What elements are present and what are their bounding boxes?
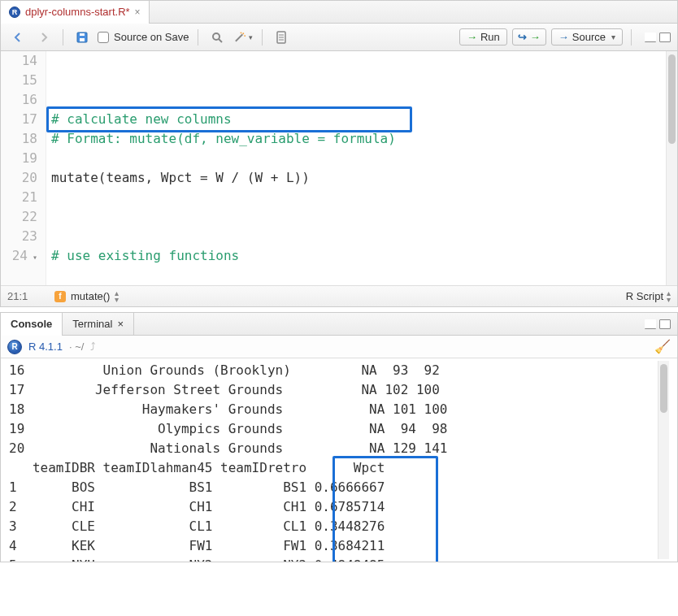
editor-toolbar: Source on Save ▾ → Run ↪ → → Source ▾ [1, 24, 677, 51]
line-gutter: 1415161718192021222324 ▾ [1, 51, 46, 285]
console-pane: Console Terminal × R R 4.1.1 · ~/ ⤴ 🧹 16… [0, 312, 678, 562]
svg-point-7 [244, 35, 246, 37]
run-arrow-icon: → [467, 31, 477, 43]
save-button[interactable] [72, 28, 93, 47]
svg-point-6 [242, 33, 244, 34]
scrollbar-thumb[interactable] [668, 54, 676, 144]
function-scope-icon: f [54, 291, 66, 302]
source-on-save-label: Source on Save [114, 31, 189, 43]
svg-line-4 [219, 39, 222, 42]
minimize-pane-icon[interactable] [645, 319, 656, 329]
editor-tabbar: R dplyr-columns-start.R* × [1, 1, 677, 24]
scope-selector[interactable]: f mutate() ▴▾ [54, 290, 119, 303]
wand-button[interactable]: ▾ [233, 28, 254, 47]
console-tab-label: Console [11, 318, 52, 330]
r-version-label: R 4.1.1 [28, 341, 63, 353]
scope-updown-icon: ▴▾ [115, 290, 119, 303]
language-selector[interactable]: R Script ▴▾ [626, 290, 671, 303]
svg-line-5 [235, 34, 242, 41]
scrollbar-thumb[interactable] [660, 364, 667, 413]
find-button[interactable] [206, 28, 228, 47]
pane-layout-icons [645, 319, 677, 329]
file-tab-label: dplyr-columns-start.R* [25, 6, 130, 18]
console-scrollbar[interactable] [658, 361, 669, 559]
pane-layout-icons [645, 33, 671, 42]
clear-console-icon[interactable]: 🧹 [654, 339, 671, 354]
separator [262, 29, 263, 46]
cursor-position: 21:1 [7, 290, 46, 302]
source-button[interactable]: → Source ▾ [551, 28, 623, 46]
editor-scrollbar[interactable] [666, 51, 677, 285]
rerun-button[interactable]: ↪ → [512, 28, 546, 46]
maximize-pane-icon[interactable] [659, 33, 671, 42]
source-label: Source [572, 31, 606, 43]
svg-rect-2 [80, 33, 85, 36]
code-editor[interactable]: 1415161718192021222324 ▾ # calculate new… [1, 51, 677, 285]
console-text: 16 Union Grounds (Brooklyn) NA 93 92 17 … [9, 361, 658, 559]
svg-point-3 [213, 33, 219, 40]
close-icon[interactable]: × [117, 318, 124, 330]
console-tab[interactable]: Console [1, 313, 63, 336]
popup-arrow-icon[interactable]: ⤴ [90, 341, 96, 353]
file-tab[interactable]: R dplyr-columns-start.R* × [1, 1, 150, 24]
r-working-dir: · ~/ [69, 341, 84, 353]
terminal-tab-label: Terminal [72, 318, 112, 330]
maximize-pane-icon[interactable] [659, 319, 671, 329]
source-arrow-icon: → [558, 31, 569, 43]
svg-rect-1 [80, 38, 85, 41]
chevron-down-icon: ▾ [611, 33, 615, 41]
minimize-pane-icon[interactable] [645, 33, 656, 42]
close-icon[interactable]: × [135, 7, 141, 18]
forward-button[interactable] [33, 28, 54, 47]
r-logo-icon: R [7, 340, 22, 354]
run-button[interactable]: → Run [459, 28, 507, 46]
console-info-bar: R R 4.1.1 · ~/ ⤴ 🧹 [1, 336, 677, 358]
separator [63, 29, 63, 46]
code-area[interactable]: # calculate new columns# Format: mutate(… [46, 51, 666, 285]
back-button[interactable] [7, 28, 28, 47]
rerun-arrow-icon: → [530, 31, 541, 43]
console-tabbar: Console Terminal × [1, 313, 677, 336]
separator [631, 29, 632, 46]
language-label: R Script [626, 290, 663, 302]
notebook-button[interactable] [271, 28, 292, 47]
source-on-save-checkbox[interactable] [98, 32, 109, 43]
terminal-tab[interactable]: Terminal × [63, 313, 134, 336]
r-file-icon: R [9, 7, 20, 18]
svg-point-8 [240, 32, 241, 33]
language-updown-icon: ▴▾ [667, 290, 671, 303]
scope-label: mutate() [71, 290, 110, 302]
separator [198, 29, 198, 46]
source-editor-pane: R dplyr-columns-start.R* × Source on Sav… [0, 0, 678, 307]
rerun-icon: ↪ [518, 31, 527, 43]
run-label: Run [480, 31, 500, 43]
editor-statusbar: 21:1 f mutate() ▴▾ R Script ▴▾ [1, 285, 677, 306]
console-output[interactable]: 16 Union Grounds (Brooklyn) NA 93 92 17 … [1, 358, 677, 562]
